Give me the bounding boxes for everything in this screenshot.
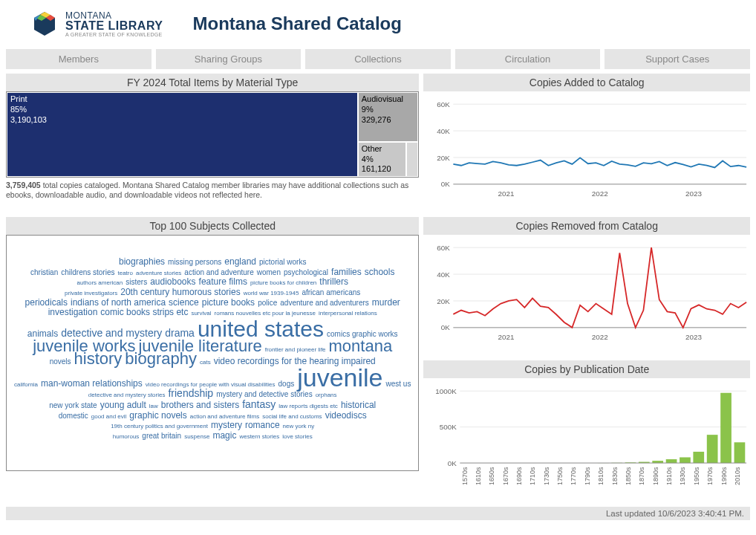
tab-collections[interactable]: Collections bbox=[305, 49, 451, 69]
added-title: Copies Added to Catalog bbox=[423, 74, 750, 91]
panel-pubdate: Copies by Publication Date 0K500K1000K15… bbox=[423, 360, 750, 499]
svg-text:1670s: 1670s bbox=[502, 467, 509, 485]
svg-text:1790s: 1790s bbox=[584, 467, 591, 485]
tabs: Members Sharing Groups Collections Circu… bbox=[0, 49, 756, 69]
svg-text:500K: 500K bbox=[440, 423, 457, 431]
treemap-av-name: Audiovisual bbox=[362, 94, 415, 105]
svg-text:0K: 0K bbox=[448, 459, 457, 467]
svg-rect-67 bbox=[680, 457, 691, 463]
pubdate-chart: 0K500K1000K1570s1610s1650s1670s1690s1710… bbox=[423, 378, 750, 497]
svg-rect-69 bbox=[694, 452, 705, 463]
svg-text:1810s: 1810s bbox=[598, 467, 605, 485]
svg-text:2022: 2022 bbox=[592, 189, 608, 198]
added-chart: 0K20K40K60K202120222023 bbox=[423, 91, 750, 210]
pubdate-title: Copies by Publication Date bbox=[423, 360, 750, 378]
svg-text:1930s: 1930s bbox=[680, 467, 687, 485]
panel-treemap: FY 2024 Total Items by Material Type Pri… bbox=[6, 74, 419, 213]
svg-rect-75 bbox=[734, 442, 746, 463]
svg-text:1830s: 1830s bbox=[611, 467, 619, 485]
svg-text:1650s: 1650s bbox=[489, 467, 496, 485]
tab-sharing-groups[interactable]: Sharing Groups bbox=[156, 49, 302, 69]
treemap-caption: 3,759,405 total copies cataloged. Montan… bbox=[6, 178, 419, 199]
svg-text:1770s: 1770s bbox=[570, 467, 578, 485]
svg-text:1730s: 1730s bbox=[543, 467, 550, 485]
svg-text:1990s: 1990s bbox=[720, 467, 728, 485]
svg-text:40K: 40K bbox=[437, 270, 451, 279]
header: MONTANA STATE LIBRARY A GREATER STATE OF… bbox=[0, 0, 756, 45]
svg-text:1870s: 1870s bbox=[639, 467, 646, 485]
logo-line3: A GREATER STATE OF KNOWLEDGE bbox=[65, 32, 163, 37]
svg-text:1750s: 1750s bbox=[557, 467, 564, 485]
treemap-av-pct: 9% bbox=[362, 105, 415, 115]
wordcloud-title: Top 100 Subjects Collected bbox=[6, 217, 419, 235]
wordcloud: biographiesmissing personsenglandpictori… bbox=[6, 235, 419, 471]
treemap-other-pct: 4% bbox=[362, 155, 403, 165]
panel-removed: Copies Removed from Catalog 0K20K40K60K2… bbox=[423, 217, 750, 356]
svg-text:0K: 0K bbox=[441, 180, 450, 188]
treemap-print-pct: 85% bbox=[10, 105, 354, 115]
page-title: Montana Shared Catalog bbox=[193, 13, 402, 34]
svg-text:2022: 2022 bbox=[592, 333, 608, 341]
svg-text:2021: 2021 bbox=[498, 333, 515, 341]
removed-chart: 0K20K40K60K202120222023 bbox=[423, 235, 750, 354]
svg-text:1970s: 1970s bbox=[707, 467, 714, 485]
removed-title: Copies Removed from Catalog bbox=[423, 217, 750, 235]
treemap-av-count: 329,276 bbox=[362, 115, 415, 126]
svg-text:20K: 20K bbox=[437, 154, 451, 162]
svg-rect-73 bbox=[721, 393, 732, 463]
logo-line2: STATE LIBRARY bbox=[65, 20, 163, 32]
logo-icon bbox=[30, 9, 59, 39]
right-lower-column: Copies Removed from Catalog 0K20K40K60K2… bbox=[423, 217, 750, 499]
svg-text:1950s: 1950s bbox=[693, 467, 700, 485]
treemap-title: FY 2024 Total Items by Material Type bbox=[6, 74, 419, 91]
svg-text:2010s: 2010s bbox=[734, 467, 741, 485]
caption-text: total copies cataloged. Montana Shared C… bbox=[6, 181, 408, 199]
svg-text:0K: 0K bbox=[441, 323, 450, 331]
footer: Last updated 10/6/2023 3:40:41 PM. bbox=[6, 507, 750, 520]
tab-circulation[interactable]: Circulation bbox=[455, 49, 601, 69]
logo-line1: MONTANA bbox=[65, 11, 163, 20]
svg-text:2023: 2023 bbox=[685, 333, 702, 341]
svg-text:60K: 60K bbox=[437, 100, 451, 108]
treemap-print-name: Print bbox=[10, 94, 354, 105]
treemap-other: Other 4% 161,120 bbox=[358, 142, 407, 177]
tab-support-cases[interactable]: Support Cases bbox=[605, 49, 750, 69]
treemap-other-count: 161,120 bbox=[362, 164, 403, 175]
treemap-print-count: 3,190,103 bbox=[10, 115, 354, 126]
svg-text:1690s: 1690s bbox=[515, 467, 523, 485]
treemap-chart: Print 85% 3,190,103 Audiovisual 9% 329,2… bbox=[6, 91, 419, 178]
treemap-remainder bbox=[406, 142, 418, 177]
tab-members[interactable]: Members bbox=[6, 49, 151, 69]
treemap-audiovisual: Audiovisual 9% 329,276 bbox=[358, 92, 419, 142]
caption-total: 3,759,405 bbox=[6, 181, 41, 189]
svg-text:2021: 2021 bbox=[498, 189, 515, 198]
svg-text:1910s: 1910s bbox=[665, 467, 673, 485]
panel-wordcloud: Top 100 Subjects Collected biographiesmi… bbox=[6, 217, 419, 499]
svg-text:1850s: 1850s bbox=[625, 467, 632, 485]
treemap-print: Print 85% 3,190,103 bbox=[7, 92, 358, 177]
svg-text:40K: 40K bbox=[437, 127, 451, 135]
dashboard-grid: FY 2024 Total Items by Material Type Pri… bbox=[0, 69, 756, 504]
svg-text:1890s: 1890s bbox=[652, 467, 659, 485]
svg-rect-65 bbox=[666, 459, 677, 463]
logo: MONTANA STATE LIBRARY A GREATER STATE OF… bbox=[30, 9, 163, 39]
treemap-other-name: Other bbox=[362, 144, 403, 155]
svg-text:1710s: 1710s bbox=[529, 467, 537, 485]
svg-text:60K: 60K bbox=[437, 244, 451, 252]
svg-text:1570s: 1570s bbox=[461, 467, 469, 485]
svg-text:1000K: 1000K bbox=[436, 387, 457, 395]
svg-text:1610s: 1610s bbox=[475, 467, 482, 485]
svg-rect-71 bbox=[707, 435, 718, 463]
svg-text:2023: 2023 bbox=[685, 189, 702, 198]
svg-text:20K: 20K bbox=[437, 297, 451, 305]
panel-added: Copies Added to Catalog 0K20K40K60K20212… bbox=[423, 74, 750, 213]
